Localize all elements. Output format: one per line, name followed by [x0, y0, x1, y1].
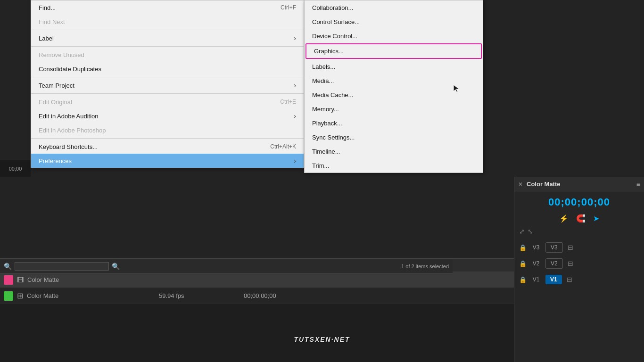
submenu-item-timeline[interactable]: Timeline... — [305, 144, 483, 158]
menu-item-find[interactable]: Find... Ctrl+F — [31, 0, 304, 15]
lock-v2-icon[interactable]: 🔒 — [519, 260, 527, 267]
separator — [31, 77, 304, 77]
context-menu-left: Find... Ctrl+F Find Next Label › Remove … — [31, 0, 304, 168]
magnet-icon[interactable]: 🧲 — [576, 214, 586, 223]
menu-item-find-next: Find Next — [31, 15, 304, 29]
lock-v1-icon[interactable]: 🔒 — [519, 276, 527, 283]
panel-tool-buttons: ⤢ ⤡ — [514, 226, 644, 237]
row-type-icon: 🎞 — [17, 276, 24, 284]
arrow-icon[interactable]: ➤ — [593, 214, 599, 223]
separator — [31, 30, 304, 30]
search-status: 1 of 2 items selected — [401, 263, 449, 269]
submenu-item-labels[interactable]: Labels... — [305, 59, 483, 74]
menu-item-edit-audition[interactable]: Edit in Adobe Audition › — [31, 109, 304, 123]
track-row-v3: 🔒 V3 V3 ⊟ — [519, 241, 639, 254]
row-color-swatch — [4, 275, 13, 285]
table-row[interactable]: ⊞ Color Matte 59.94 fps 00;00;00;00 — [0, 288, 514, 304]
panel-header: ✕ Color Matte ≡ — [514, 177, 644, 191]
timecode-left: 00;00 — [0, 160, 31, 177]
panel-title: Color Matte — [527, 181, 633, 188]
track-v1-button[interactable]: V1 — [545, 275, 562, 284]
submenu-item-playback[interactable]: Playback... — [305, 116, 483, 130]
v1-extra-icon: ⊟ — [567, 276, 572, 283]
menu-item-remove-unused: Remove Unused — [31, 48, 304, 62]
separator — [31, 138, 304, 139]
menu-item-consolidate[interactable]: Consolidate Duplicates — [31, 62, 304, 76]
table-row[interactable]: 🎞 Color Matte — [0, 272, 514, 288]
menu-item-preferences[interactable]: Preferences › — [31, 154, 304, 168]
v3-extra-icon: ⊟ — [568, 244, 573, 251]
track-row-v2: 🔒 V2 V2 ⊟ — [519, 257, 639, 270]
panel-transport-controls: ⚡ 🧲 ➤ — [514, 211, 644, 226]
shrink-icon[interactable]: ⤡ — [528, 228, 533, 235]
submenu-item-control-surface[interactable]: Control Surface... — [305, 15, 483, 29]
expand-icon[interactable]: ⤢ — [519, 228, 525, 235]
row-type-icon: ⊞ — [17, 291, 23, 300]
row-name: Color Matte — [27, 292, 159, 299]
search-filter-icon: 🔍 — [112, 263, 120, 270]
table-rows: 🎞 Color Matte ⊞ Color Matte 59.94 fps 00… — [0, 272, 514, 304]
svg-marker-0 — [454, 85, 459, 92]
submenu-item-trim[interactable]: Trim... — [305, 158, 483, 173]
menu-item-edit-original: Edit Original Ctrl+E — [31, 95, 304, 109]
row-mediastart: 00;00;00;00 — [244, 292, 329, 299]
v2-extra-icon: ⊟ — [568, 260, 573, 267]
row-framerate: 59.94 fps — [159, 292, 244, 299]
lock-v3-icon[interactable]: 🔒 — [519, 244, 527, 251]
row-name: Color Matte — [27, 276, 159, 283]
cursor — [453, 84, 460, 93]
row-color-swatch — [4, 291, 13, 301]
panel-menu-icon[interactable]: ≡ — [636, 181, 640, 188]
panel-tracks: 🔒 V3 V3 ⊟ 🔒 V2 V2 ⊟ 🔒 V1 V1 ⊟ — [514, 237, 644, 290]
track-v2-button[interactable]: V2 — [545, 258, 563, 269]
separator — [31, 93, 304, 94]
menu-item-label[interactable]: Label › — [31, 31, 304, 45]
submenu-item-device-control[interactable]: Device Control... — [305, 29, 483, 43]
submenu-item-sync-settings[interactable]: Sync Settings... — [305, 130, 483, 144]
track-row-v1: 🔒 V1 V1 ⊟ — [519, 273, 639, 286]
menu-item-keyboard-shortcuts[interactable]: Keyboard Shortcuts... Ctrl+Alt+K — [31, 140, 304, 154]
search-bar: 🔍 🔍 1 of 2 items selected — [0, 259, 453, 273]
search-icon: 🔍 — [4, 263, 12, 270]
search-input[interactable] — [15, 262, 109, 271]
watermark: TUTSXEN·NET — [294, 336, 350, 343]
submenu-item-graphics[interactable]: Graphics... — [305, 43, 482, 59]
menu-item-team-project[interactable]: Team Project › — [31, 78, 304, 92]
separator — [31, 46, 304, 47]
menu-item-edit-photoshop: Edit in Adobe Photoshop — [31, 123, 304, 137]
panel-timecode: 00;00;00;00 — [514, 191, 644, 211]
snap-icon[interactable]: ⚡ — [559, 214, 569, 223]
timeline-area: 🔍 🔍 1 of 2 items selected Name Frame Rat… — [0, 258, 514, 362]
submenu-item-collaboration[interactable]: Collaboration... — [305, 0, 483, 15]
track-v3-button[interactable]: V3 — [545, 242, 563, 253]
submenu-item-memory[interactable]: Memory... — [305, 102, 483, 116]
color-matte-panel: ✕ Color Matte ≡ 00;00;00;00 ⚡ 🧲 ➤ ⤢ ⤡ 🔒 … — [514, 177, 644, 362]
panel-close-button[interactable]: ✕ — [518, 181, 523, 188]
